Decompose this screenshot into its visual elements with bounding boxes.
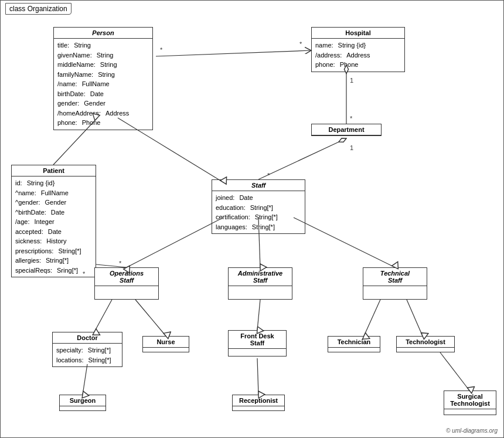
front-desk-staff-class: Front DeskStaff — [228, 330, 287, 356]
svg-line-21 — [257, 300, 260, 330]
department-header: Department — [312, 124, 381, 135]
operations-staff-class: OperationsStaff — [94, 267, 159, 300]
svg-text:*: * — [119, 260, 122, 267]
operations-staff-header: OperationsStaff — [95, 268, 158, 286]
person-body: title:String givenName:String middleName… — [54, 39, 152, 130]
svg-line-26 — [440, 352, 469, 391]
doctor-header: Doctor — [53, 332, 122, 344]
surgical-technologist-class: SurgicalTechnologist — [444, 391, 496, 415]
doctor-body: specialty:String[*] locations:String[*] — [53, 344, 122, 366]
surgeon-class: Surgeon — [59, 395, 106, 411]
person-class: Person title:String givenName:String mid… — [53, 27, 153, 130]
svg-line-8 — [156, 50, 311, 56]
staff-header: Staff — [212, 180, 305, 191]
svg-text:1: 1 — [350, 77, 353, 84]
front-desk-staff-header: Front DeskStaff — [229, 331, 286, 349]
surgical-technologist-header: SurgicalTechnologist — [444, 391, 496, 409]
patient-class: Patient id:String {id} ^name:FullName ^g… — [11, 165, 96, 277]
doctor-class: Doctor specialty:String[*] locations:Str… — [52, 332, 122, 367]
svg-line-22 — [364, 300, 380, 336]
hospital-body: name:String {id} /address:Address phone:… — [312, 39, 404, 72]
svg-line-18 — [294, 218, 395, 267]
technician-header: Technician — [328, 337, 380, 348]
svg-line-16 — [127, 218, 223, 267]
svg-text:*: * — [350, 115, 353, 122]
receptionist-class: Receptionist — [232, 395, 285, 411]
administrative-staff-header: AdministrativeStaff — [229, 268, 292, 286]
svg-line-19 — [94, 300, 112, 332]
svg-line-25 — [257, 358, 258, 395]
hospital-header: Hospital — [312, 28, 404, 39]
staff-class: Staff joined:Date education:String[*] ce… — [212, 179, 305, 234]
svg-line-24 — [83, 364, 87, 395]
patient-body: id:String {id} ^name:FullName ^gender:Ge… — [12, 176, 96, 277]
staff-body: joined:Date education:String[*] certific… — [212, 191, 305, 233]
svg-text:*: * — [267, 172, 270, 179]
administrative-staff-class: AdministrativeStaff — [228, 267, 292, 300]
technician-class: Technician — [328, 336, 380, 352]
svg-line-23 — [407, 300, 423, 336]
person-header: Person — [54, 28, 152, 39]
nurse-class: Nurse — [142, 336, 189, 352]
copyright: © uml-diagrams.org — [446, 427, 498, 434]
surgeon-header: Surgeon — [60, 395, 105, 406]
svg-text:*: * — [160, 46, 163, 53]
technologist-header: Technologist — [397, 337, 454, 348]
receptionist-header: Receptionist — [233, 395, 284, 406]
nurse-header: Nurse — [143, 337, 189, 348]
patient-header: Patient — [12, 165, 96, 176]
svg-line-5 — [258, 138, 346, 179]
technical-staff-header: TechnicalStaff — [363, 268, 427, 286]
svg-text:1: 1 — [350, 144, 353, 151]
svg-line-20 — [135, 300, 166, 336]
department-class: Department — [311, 124, 382, 136]
diagram-title: class Organization — [5, 3, 71, 15]
technical-staff-class: TechnicalStaff — [363, 267, 427, 300]
svg-text:*: * — [299, 40, 302, 47]
hospital-class: Hospital name:String {id} /address:Addre… — [311, 27, 405, 72]
diagram-container: class Organization Person title:String g… — [0, 0, 504, 438]
technologist-class: Technologist — [396, 336, 455, 352]
